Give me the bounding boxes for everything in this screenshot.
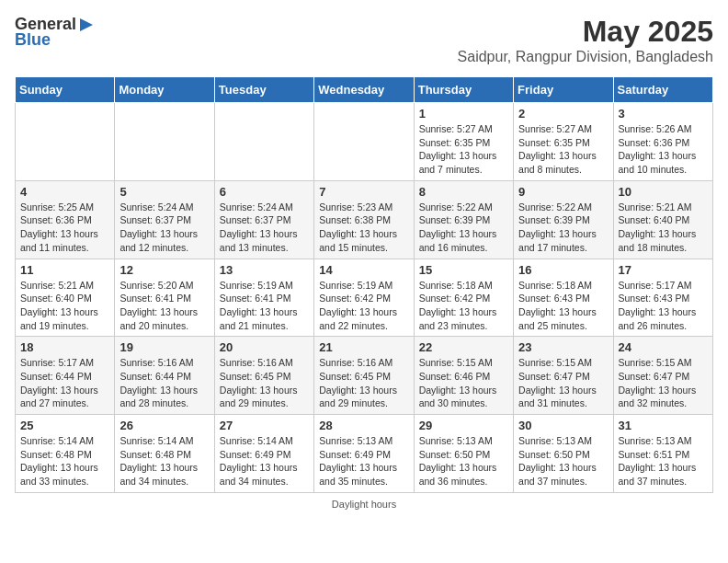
day-number: 13 [220, 263, 309, 277]
day-info: Sunrise: 5:15 AM Sunset: 6:47 PM Dayligh… [619, 356, 708, 410]
day-number: 26 [119, 419, 209, 432]
day-number: 29 [419, 419, 508, 432]
calendar-week-1: 1Sunrise: 5:27 AM Sunset: 6:35 PM Daylig… [16, 103, 713, 181]
calendar-week-2: 4Sunrise: 5:25 AM Sunset: 6:36 PM Daylig… [16, 180, 713, 259]
col-header-wednesday: Wednesday [314, 77, 414, 103]
calendar-cell: 21Sunrise: 5:16 AM Sunset: 6:45 PM Dayli… [314, 337, 414, 415]
day-number: 27 [220, 419, 309, 432]
calendar-cell [16, 103, 115, 181]
calendar-cell: 2Sunrise: 5:27 AM Sunset: 6:35 PM Daylig… [514, 103, 613, 181]
day-info: Sunrise: 5:14 AM Sunset: 6:48 PM Dayligh… [20, 434, 109, 488]
calendar-cell: 5Sunrise: 5:24 AM Sunset: 6:37 PM Daylig… [115, 180, 214, 259]
header: General Blue May 2025 Saidpur, Rangpur D… [15, 15, 713, 65]
page-subtitle: Saidpur, Rangpur Division, Bangladesh [458, 49, 713, 65]
calendar-body: 1Sunrise: 5:27 AM Sunset: 6:35 PM Daylig… [16, 103, 713, 493]
calendar-week-3: 11Sunrise: 5:21 AM Sunset: 6:40 PM Dayli… [16, 259, 713, 337]
calendar-cell: 24Sunrise: 5:15 AM Sunset: 6:47 PM Dayli… [613, 337, 712, 415]
day-number: 3 [619, 107, 708, 121]
col-header-monday: Monday [115, 77, 214, 103]
day-number: 7 [319, 185, 408, 199]
svg-marker-0 [80, 18, 93, 31]
day-number: 8 [419, 185, 508, 199]
day-number: 25 [20, 419, 109, 432]
calendar-header: SundayMondayTuesdayWednesdayThursdayFrid… [16, 77, 713, 103]
day-info: Sunrise: 5:16 AM Sunset: 6:45 PM Dayligh… [220, 356, 309, 410]
footer-note: Daylight hours [15, 499, 713, 510]
calendar-cell: 9Sunrise: 5:22 AM Sunset: 6:39 PM Daylig… [514, 180, 613, 259]
title-area: May 2025 Saidpur, Rangpur Division, Bang… [458, 15, 713, 65]
col-header-friday: Friday [514, 77, 613, 103]
calendar-cell: 11Sunrise: 5:21 AM Sunset: 6:40 PM Dayli… [16, 259, 115, 337]
col-header-saturday: Saturday [613, 77, 712, 103]
day-info: Sunrise: 5:23 AM Sunset: 6:38 PM Dayligh… [319, 201, 408, 255]
calendar-cell: 8Sunrise: 5:22 AM Sunset: 6:39 PM Daylig… [414, 180, 513, 259]
day-info: Sunrise: 5:14 AM Sunset: 6:48 PM Dayligh… [119, 434, 209, 488]
day-number: 31 [619, 419, 708, 432]
calendar-cell: 10Sunrise: 5:21 AM Sunset: 6:40 PM Dayli… [613, 180, 712, 259]
day-info: Sunrise: 5:22 AM Sunset: 6:39 PM Dayligh… [518, 201, 608, 255]
day-number: 23 [518, 340, 608, 354]
calendar-cell: 15Sunrise: 5:18 AM Sunset: 6:42 PM Dayli… [414, 259, 513, 337]
calendar-cell [314, 103, 414, 181]
day-number: 9 [518, 185, 608, 199]
day-number: 10 [619, 185, 708, 199]
day-info: Sunrise: 5:18 AM Sunset: 6:43 PM Dayligh… [518, 279, 608, 333]
calendar-cell: 17Sunrise: 5:17 AM Sunset: 6:43 PM Dayli… [613, 259, 712, 337]
calendar-cell: 30Sunrise: 5:13 AM Sunset: 6:50 PM Dayli… [514, 415, 613, 493]
day-number: 4 [20, 185, 109, 199]
day-info: Sunrise: 5:27 AM Sunset: 6:35 PM Dayligh… [419, 122, 508, 177]
calendar-cell: 1Sunrise: 5:27 AM Sunset: 6:35 PM Daylig… [414, 103, 513, 181]
calendar-cell: 23Sunrise: 5:15 AM Sunset: 6:47 PM Dayli… [514, 337, 613, 415]
day-info: Sunrise: 5:19 AM Sunset: 6:42 PM Dayligh… [319, 279, 408, 333]
day-info: Sunrise: 5:21 AM Sunset: 6:40 PM Dayligh… [619, 201, 708, 255]
day-info: Sunrise: 5:18 AM Sunset: 6:42 PM Dayligh… [419, 279, 508, 333]
calendar-cell: 22Sunrise: 5:15 AM Sunset: 6:46 PM Dayli… [414, 337, 513, 415]
day-info: Sunrise: 5:13 AM Sunset: 6:50 PM Dayligh… [419, 434, 508, 488]
day-number: 28 [319, 419, 408, 432]
day-info: Sunrise: 5:26 AM Sunset: 6:36 PM Dayligh… [619, 122, 708, 177]
calendar-week-4: 18Sunrise: 5:17 AM Sunset: 6:44 PM Dayli… [16, 337, 713, 415]
calendar-cell: 19Sunrise: 5:16 AM Sunset: 6:44 PM Dayli… [115, 337, 214, 415]
day-info: Sunrise: 5:24 AM Sunset: 6:37 PM Dayligh… [119, 201, 209, 255]
day-info: Sunrise: 5:21 AM Sunset: 6:40 PM Dayligh… [20, 279, 109, 333]
day-number: 14 [319, 263, 408, 277]
day-number: 11 [20, 263, 109, 277]
day-info: Sunrise: 5:20 AM Sunset: 6:41 PM Dayligh… [119, 279, 209, 333]
day-number: 21 [319, 340, 408, 354]
header-row: SundayMondayTuesdayWednesdayThursdayFrid… [16, 77, 713, 103]
calendar-cell [115, 103, 214, 181]
day-number: 16 [518, 263, 608, 277]
logo-blue-text: Blue [15, 30, 51, 50]
page-title: May 2025 [458, 15, 713, 49]
day-info: Sunrise: 5:14 AM Sunset: 6:49 PM Dayligh… [220, 434, 309, 488]
day-number: 15 [419, 263, 508, 277]
day-number: 12 [119, 263, 209, 277]
calendar-cell: 16Sunrise: 5:18 AM Sunset: 6:43 PM Dayli… [514, 259, 613, 337]
calendar-cell: 18Sunrise: 5:17 AM Sunset: 6:44 PM Dayli… [16, 337, 115, 415]
calendar-cell: 28Sunrise: 5:13 AM Sunset: 6:49 PM Dayli… [314, 415, 414, 493]
calendar-cell: 14Sunrise: 5:19 AM Sunset: 6:42 PM Dayli… [314, 259, 414, 337]
calendar-cell: 31Sunrise: 5:13 AM Sunset: 6:51 PM Dayli… [613, 415, 712, 493]
calendar-cell: 3Sunrise: 5:26 AM Sunset: 6:36 PM Daylig… [613, 103, 712, 181]
calendar-cell: 4Sunrise: 5:25 AM Sunset: 6:36 PM Daylig… [16, 180, 115, 259]
day-info: Sunrise: 5:13 AM Sunset: 6:50 PM Dayligh… [518, 434, 608, 488]
calendar-cell: 6Sunrise: 5:24 AM Sunset: 6:37 PM Daylig… [214, 180, 313, 259]
day-info: Sunrise: 5:15 AM Sunset: 6:47 PM Dayligh… [518, 356, 608, 410]
calendar-week-5: 25Sunrise: 5:14 AM Sunset: 6:48 PM Dayli… [16, 415, 713, 493]
day-number: 24 [619, 340, 708, 354]
calendar-cell [214, 103, 313, 181]
day-number: 20 [220, 340, 309, 354]
day-number: 5 [119, 185, 209, 199]
day-info: Sunrise: 5:13 AM Sunset: 6:51 PM Dayligh… [619, 434, 708, 488]
day-info: Sunrise: 5:19 AM Sunset: 6:41 PM Dayligh… [220, 279, 309, 333]
calendar-cell: 7Sunrise: 5:23 AM Sunset: 6:38 PM Daylig… [314, 180, 414, 259]
day-number: 18 [20, 340, 109, 354]
day-info: Sunrise: 5:16 AM Sunset: 6:44 PM Dayligh… [119, 356, 209, 410]
day-info: Sunrise: 5:22 AM Sunset: 6:39 PM Dayligh… [419, 201, 508, 255]
day-number: 22 [419, 340, 508, 354]
logo: General Blue [15, 15, 95, 50]
calendar-cell: 26Sunrise: 5:14 AM Sunset: 6:48 PM Dayli… [115, 415, 214, 493]
calendar-cell: 12Sunrise: 5:20 AM Sunset: 6:41 PM Dayli… [115, 259, 214, 337]
day-number: 1 [419, 107, 508, 121]
day-info: Sunrise: 5:25 AM Sunset: 6:36 PM Dayligh… [20, 201, 109, 255]
